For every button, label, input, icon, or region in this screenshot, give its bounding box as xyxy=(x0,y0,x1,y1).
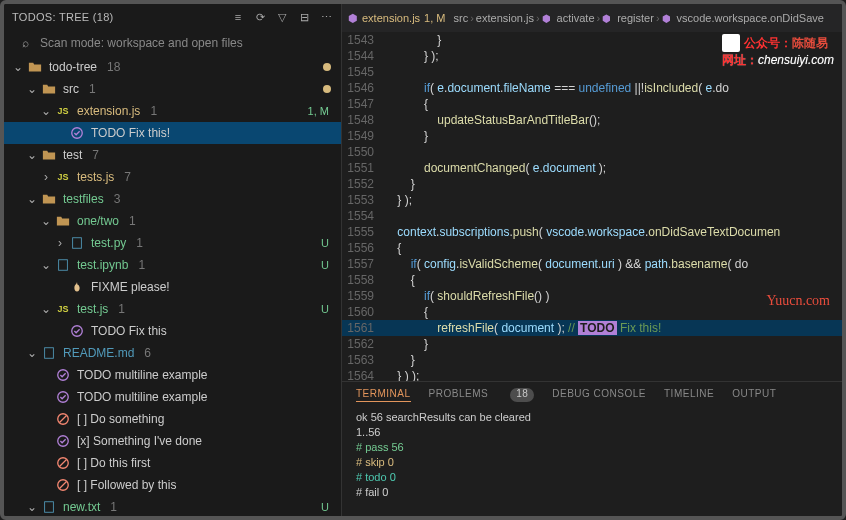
chevron-icon: ⌄ xyxy=(12,60,24,74)
chevron-icon: ⌄ xyxy=(26,148,38,162)
scan-mode[interactable]: ⌕ Scan mode: workspace and open files xyxy=(4,30,341,56)
tree-row[interactable]: TODO multiline example xyxy=(4,386,341,408)
crumb[interactable]: src xyxy=(454,12,469,24)
tree-row[interactable]: ⌄JSextension.js11, M xyxy=(4,100,341,122)
code-text: } xyxy=(384,128,428,144)
tree-row[interactable]: ⌄test.ipynb1U xyxy=(4,254,341,276)
code-line[interactable]: 1564 } ) ); xyxy=(342,368,842,381)
tree-row[interactable]: ⌄test7 xyxy=(4,144,341,166)
code-line[interactable]: 1548 updateStatusBarAndTitleBar(); xyxy=(342,112,842,128)
tree-label: todo-tree xyxy=(49,60,97,74)
collapse-icon[interactable]: ⊟ xyxy=(297,10,311,24)
code-line[interactable]: 1551 documentChanged( e.document ); xyxy=(342,160,842,176)
code-line[interactable]: 1557 if( config.isValidScheme( document.… xyxy=(342,256,842,272)
tab-file[interactable]: extension.js xyxy=(362,12,420,24)
tree-row[interactable]: ⌄new.txt1U xyxy=(4,496,341,516)
chevron-icon: ⌄ xyxy=(26,192,38,206)
editor[interactable]: 公众号：陈随易 网址：chensuiyi.com 1543 }1544 } );… xyxy=(342,32,842,381)
count: 1 xyxy=(150,104,157,118)
tree-label: FIXME please! xyxy=(91,280,170,294)
terminal-line: 1..56 xyxy=(356,425,828,440)
tree-row[interactable]: [x] Something I've done xyxy=(4,430,341,452)
code-line[interactable]: 1555 context.subscriptions.push( vscode.… xyxy=(342,224,842,240)
tree-row[interactable]: ⌄README.md6 xyxy=(4,342,341,364)
code-line[interactable]: 1562 } xyxy=(342,336,842,352)
line-number: 1544 xyxy=(342,48,384,64)
filter-icon[interactable]: ▽ xyxy=(275,10,289,24)
line-number: 1551 xyxy=(342,160,384,176)
code-line[interactable]: 1554 xyxy=(342,208,842,224)
breadcrumb[interactable]: src›extension.js›⬢activate›⬢register›⬢vs… xyxy=(454,12,824,24)
tree-label: README.md xyxy=(63,346,134,360)
tree-row[interactable]: ⌄testfiles3 xyxy=(4,188,341,210)
line-number: 1548 xyxy=(342,112,384,128)
line-number: 1558 xyxy=(342,272,384,288)
chevron-icon: ⌄ xyxy=(40,302,52,316)
main: ⬢ extension.js 1, M src›extension.js›⬢ac… xyxy=(342,4,842,516)
list-icon[interactable]: ≡ xyxy=(231,10,245,24)
count: 6 xyxy=(144,346,151,360)
tree-row[interactable]: ⌄todo-tree18 xyxy=(4,56,341,78)
tree-row[interactable]: ⌄src1 xyxy=(4,78,341,100)
more-icon[interactable]: ⋯ xyxy=(319,10,333,24)
chevron-icon: ⌄ xyxy=(40,104,52,118)
code-line[interactable]: 1563 } xyxy=(342,352,842,368)
file-b-icon xyxy=(70,236,84,250)
tree-row[interactable]: [ ] Do this first xyxy=(4,452,341,474)
code-line[interactable]: 1550 xyxy=(342,144,842,160)
code-line[interactable]: 1547 { xyxy=(342,96,842,112)
crumb[interactable]: activate xyxy=(557,12,595,24)
tree-row[interactable]: [ ] Do something xyxy=(4,408,341,430)
chevron-icon: ⌄ xyxy=(26,82,38,96)
file-y-icon: JS xyxy=(56,104,70,118)
ban-icon xyxy=(56,456,70,470)
folder-icon xyxy=(28,60,42,74)
line-number: 1562 xyxy=(342,336,384,352)
tab-bar: ⬢ extension.js 1, M src›extension.js›⬢ac… xyxy=(342,4,842,32)
code-text: context.subscriptions.push( vscode.works… xyxy=(384,224,780,240)
flame-icon xyxy=(70,280,84,294)
svg-rect-14 xyxy=(45,502,54,513)
ban-icon xyxy=(56,478,70,492)
tree-row[interactable]: TODO multiline example xyxy=(4,364,341,386)
code-text: } ) ); xyxy=(384,368,419,381)
panel-tab-terminal[interactable]: TERMINAL xyxy=(356,388,411,402)
tree-label: TODO multiline example xyxy=(77,368,208,382)
tree: ⌄todo-tree18⌄src1⌄JSextension.js11, MTOD… xyxy=(4,56,341,516)
code-line[interactable]: 1549 } xyxy=(342,128,842,144)
folder-icon xyxy=(56,214,70,228)
watermark: 公众号：陈随易 网址：chensuiyi.com xyxy=(722,34,834,68)
tree-row[interactable]: TODO Fix this xyxy=(4,320,341,342)
code-line[interactable]: 1553 } ); xyxy=(342,192,842,208)
git-status: U xyxy=(321,259,329,271)
site-watermark: Yuucn.com xyxy=(767,293,830,309)
code-line[interactable]: 1556 { xyxy=(342,240,842,256)
sidebar-title: TODOS: TREE (18) xyxy=(12,11,231,23)
tree-row[interactable]: FIXME please! xyxy=(4,276,341,298)
tree-row[interactable]: [ ] Followed by this xyxy=(4,474,341,496)
tree-row[interactable]: ⌄JStest.js1U xyxy=(4,298,341,320)
file-b-icon xyxy=(56,258,70,272)
crumb[interactable]: extension.js xyxy=(476,12,534,24)
tree-row[interactable]: ›JStests.js7 xyxy=(4,166,341,188)
code-text: { xyxy=(384,240,401,256)
tree-row[interactable]: ›test.py1U xyxy=(4,232,341,254)
count: 1 xyxy=(118,302,125,316)
panel-tab-debug-console[interactable]: DEBUG CONSOLE xyxy=(552,388,646,402)
crumb[interactable]: register xyxy=(617,12,654,24)
code-line[interactable]: 1552 } xyxy=(342,176,842,192)
code-text: documentChanged( e.document ); xyxy=(384,160,606,176)
line-number: 1564 xyxy=(342,368,384,381)
code-line[interactable]: 1561 refreshFile( document ); // TODO Fi… xyxy=(342,320,842,336)
refresh-icon[interactable]: ⟳ xyxy=(253,10,267,24)
terminal[interactable]: ok 56 searchResults can be cleared1..56#… xyxy=(342,408,842,516)
tree-row[interactable]: ⌄one/two1 xyxy=(4,210,341,232)
code-line[interactable]: 1558 { xyxy=(342,272,842,288)
crumb[interactable]: vscode.workspace.onDidSave xyxy=(677,12,824,24)
panel-tab-problems[interactable]: PROBLEMS xyxy=(429,388,489,402)
tree-label: test.js xyxy=(77,302,108,316)
tree-row[interactable]: TODO Fix this! xyxy=(4,122,341,144)
code-line[interactable]: 1546 if( e.document.fileName === undefin… xyxy=(342,80,842,96)
panel-tab-output[interactable]: OUTPUT xyxy=(732,388,776,402)
panel-tab-timeline[interactable]: TIMELINE xyxy=(664,388,714,402)
